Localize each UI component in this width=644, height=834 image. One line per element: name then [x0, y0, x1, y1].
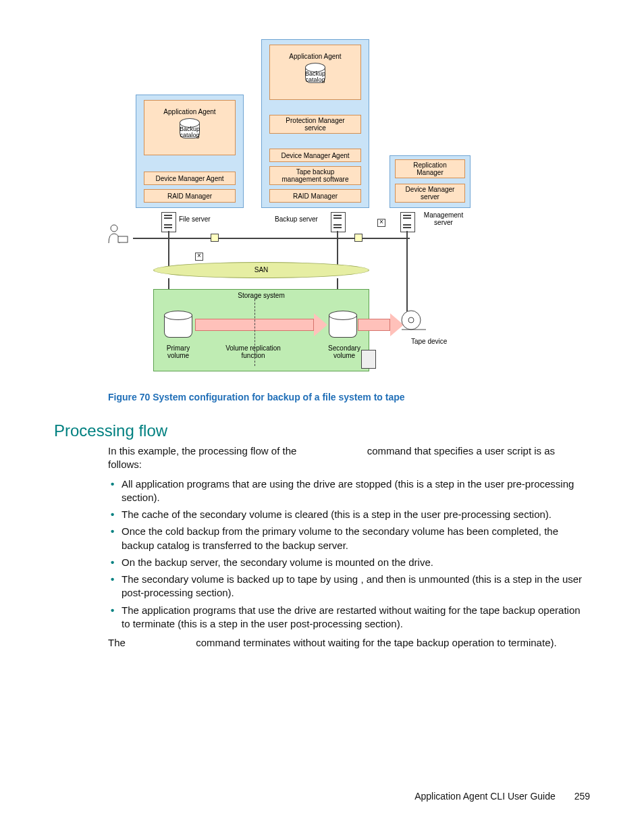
list-item: On the backup server, the secondary volu… — [108, 556, 590, 569]
cylinder-icon — [329, 311, 357, 338]
label-tape-sw-2: management software — [282, 176, 349, 183]
label-mgmt-server: Managementserver — [417, 211, 471, 226]
link-line — [168, 231, 169, 266]
label-repl-mgr-1: Replication — [413, 161, 446, 169]
box-raid-mgr-2: RAID Manager — [269, 189, 361, 203]
page-footer: Application Agent CLI User Guide 259 — [414, 791, 590, 802]
closing-paragraph: The command terminates without waiting f… — [108, 636, 590, 650]
server-icon — [161, 212, 176, 232]
server-icon — [400, 212, 415, 232]
label-dev-mgr-agent-1: Device Manager Agent — [155, 175, 223, 182]
label-san: SAN — [254, 266, 269, 273]
box-tape-sw: Tape backupmanagement software — [269, 166, 361, 185]
box-pm-service: Protection Managerservice — [269, 115, 361, 134]
cylinder-icon — [164, 311, 192, 338]
san-ellipse: SAN — [153, 262, 369, 278]
system-configuration-diagram: Application Agent Backup catalog Device … — [133, 27, 511, 378]
label-pm-service-2: service — [304, 124, 326, 132]
list-item: All application programs that are using … — [108, 477, 590, 505]
label-file-server: File server — [179, 215, 211, 223]
panel-app-agent-1: Application Agent Backup catalog — [144, 100, 236, 155]
label-raid-mgr-1: RAID Manager — [167, 192, 212, 200]
label-app-agent-1: Application Agent — [146, 108, 234, 115]
list-item: The application programs that use the dr… — [108, 604, 590, 631]
x-icon: × — [195, 253, 203, 261]
label-mgmt-server-2: server — [434, 219, 453, 226]
label-dm-server-1: Device Manager — [406, 186, 455, 193]
server-icon — [331, 212, 346, 232]
svg-point-0 — [111, 225, 117, 232]
label-primary-volume: Primaryvolume — [153, 344, 203, 359]
user-icon — [106, 223, 130, 247]
label-storage-system: Storage system — [153, 292, 369, 299]
list-item: The secondary volume is backed up to tap… — [108, 573, 590, 600]
panel-app-agent-2: Application Agent Backup catalog — [269, 45, 361, 100]
label-repl-mgr-2: Manager — [417, 169, 443, 176]
label-pm-service-1: Protection Manager — [286, 117, 344, 124]
label-app-agent-2: Application Agent — [271, 53, 359, 60]
box-dm-server: Device Managerserver — [395, 184, 465, 203]
connector-icon — [354, 234, 363, 242]
intro-paragraph: In this example, the processing flow of … — [108, 444, 590, 472]
tape-device-icon — [399, 309, 429, 336]
label-vol-repl-fn: Volume replicationfunction — [213, 344, 294, 359]
label-dm-server-2: server — [421, 193, 439, 201]
box-raid-mgr-1: RAID Manager — [144, 189, 236, 203]
section-heading: Processing flow — [54, 421, 590, 440]
label-tape-sw-1: Tape backup — [296, 168, 335, 176]
tape-spools-icon — [361, 350, 376, 369]
page-number: 259 — [574, 791, 590, 802]
label-backup-catalog-1b: catalog — [180, 132, 199, 138]
box-dev-mgr-agent-2: Device Manager Agent — [269, 149, 361, 162]
svg-point-3 — [408, 317, 414, 323]
tape-arrow — [358, 319, 390, 331]
connector-icon — [211, 234, 219, 242]
closing-after: command terminates without waiting for t… — [196, 637, 556, 648]
label-tape-device: Tape device — [411, 338, 447, 345]
label-secondary-volume-1: Secondary — [328, 344, 360, 352]
box-repl-mgr: ReplicationManager — [395, 159, 465, 178]
list-item: The cache of the secondary volume is cle… — [108, 508, 590, 521]
label-raid-mgr-2: RAID Manager — [293, 192, 338, 200]
x-icon: × — [377, 219, 385, 227]
label-secondary-volume-2: volume — [333, 352, 355, 359]
footer-title: Application Agent CLI User Guide — [414, 791, 556, 802]
label-primary-volume-2: volume — [167, 352, 189, 359]
label-backup-catalog-2b: catalog — [305, 76, 325, 83]
network-line — [133, 238, 410, 239]
label-dev-mgr-agent-2: Device Manager Agent — [281, 152, 349, 159]
box-dev-mgr-agent-1: Device Manager Agent — [144, 172, 236, 185]
closing-before: The — [108, 637, 128, 648]
figure-caption: Figure 70 System configuration for backu… — [108, 392, 590, 402]
label-vol-repl-fn-2: function — [241, 352, 265, 359]
svg-rect-1 — [118, 236, 128, 242]
list-item: Once the cold backup from the primary vo… — [108, 525, 590, 552]
label-primary-volume-1: Primary — [167, 344, 190, 352]
label-backup-server: Backup server — [275, 215, 318, 223]
replication-arrow-head — [314, 313, 327, 336]
bullet-list: All application programs that are using … — [108, 477, 590, 631]
link-line — [337, 231, 338, 266]
label-vol-repl-fn-1: Volume replication — [225, 344, 281, 352]
intro-before: In this example, the processing flow of … — [108, 445, 299, 457]
label-mgmt-server-1: Management — [424, 211, 463, 219]
